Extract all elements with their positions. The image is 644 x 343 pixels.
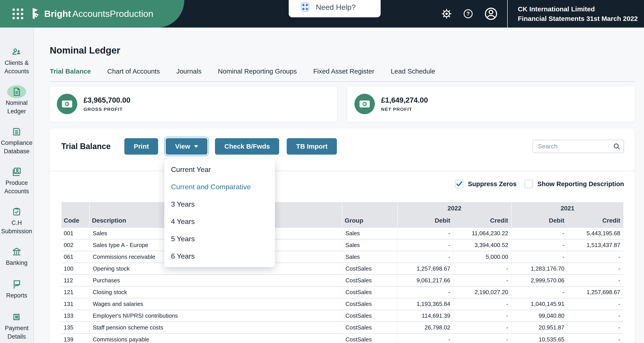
tab-lead-schedule[interactable]: Lead Schedule <box>391 68 435 76</box>
compliance-database-icon <box>12 127 22 137</box>
settings-gear-icon[interactable] <box>442 9 452 19</box>
table-row[interactable]: 135 Staff pension scheme costs CostSales… <box>62 322 623 333</box>
view-menu-item[interactable]: Current and Comparative <box>164 178 275 195</box>
cell-code: 139 <box>62 333 90 343</box>
cell-debit-2022: 114,691.39 <box>398 310 454 322</box>
tab-nominal-reporting-groups[interactable]: Nominal Reporting Groups <box>218 68 297 76</box>
search-input[interactable] <box>532 140 624 153</box>
cell-credit-2022: - <box>454 275 512 286</box>
show-reporting-description-checkbox[interactable] <box>524 180 533 188</box>
chevron-down-icon <box>194 145 198 148</box>
sidebar-nav: Clients & Accounts Nominal Ledger <box>0 28 34 343</box>
cell-credit-2021: - <box>568 310 623 322</box>
tab-chart-of-accounts[interactable]: Chart of Accounts <box>107 68 160 76</box>
cell-code: 135 <box>62 322 90 333</box>
cell-description: Purchases <box>90 275 342 286</box>
trial-balance-heading: Trial Balance <box>61 142 110 151</box>
view-menu-item[interactable]: 3 Years <box>164 195 275 213</box>
brand-logo[interactable]: BrightAccountsProduction <box>31 8 153 20</box>
client-period: Financial Statements 31st March 2022 <box>518 14 638 23</box>
cell-debit-2021: 1,283,176.70 <box>512 263 568 275</box>
show-reporting-description-label: Show Reporting Description <box>538 180 624 188</box>
app-grid-icon[interactable] <box>12 9 23 19</box>
year-header: 2022 <box>398 202 512 215</box>
banknote-icon <box>354 94 375 114</box>
table-row[interactable]: 133 Employer's NI/PRSI contributions Cos… <box>62 310 623 322</box>
view-dropdown-menu: Current YearCurrent and Comparative3 Yea… <box>164 159 275 267</box>
search-icon[interactable] <box>613 143 620 150</box>
sidebar-item-reports[interactable]: Reports <box>0 278 33 300</box>
cell-code: 002 <box>62 239 90 251</box>
table-row[interactable]: 121 Closing stock CostSales - 2,190,027.… <box>62 286 623 298</box>
cell-credit-2022: 11,064,230.22 <box>454 227 512 239</box>
year-header: 2021 <box>512 202 623 215</box>
view-menu-item[interactable]: 5 Years <box>164 230 275 247</box>
cell-description: Commissions payable <box>90 333 342 343</box>
table-row[interactable]: 002 Sales type A - Europe Sales - 3,394,… <box>62 239 623 251</box>
need-help-button[interactable]: Need Help? <box>289 0 381 17</box>
table-row[interactable]: 061 Commissions receivable Sales - 5,000… <box>62 251 623 263</box>
trial-balance-toolbar: Trial Balance Print View Check B/Fwds TB… <box>50 128 635 155</box>
cell-credit-2022: - <box>454 263 512 275</box>
net-profit-label: NET PROFIT <box>381 107 428 112</box>
view-button[interactable]: View <box>166 138 208 155</box>
help-icon[interactable]: ? <box>463 9 473 19</box>
column-header-code: Code <box>62 202 90 227</box>
cell-debit-2021: 20,951.87 <box>512 322 568 333</box>
cell-debit-2022: 9,061,217.66 <box>398 275 454 286</box>
cell-debit-2021: 2,999,570.06 <box>512 275 568 286</box>
nominal-ledger-icon <box>12 87 22 97</box>
tab-bar: Trial Balance Chart of Accounts Journals… <box>50 68 635 76</box>
sidebar-item-payment-details[interactable]: Payment Details <box>0 310 33 340</box>
cell-credit-2022: 3,394,400.52 <box>454 239 512 251</box>
table-row[interactable]: 001 Sales Sales - 11,064,230.22 - 5,443,… <box>62 227 623 239</box>
cell-code: 131 <box>62 298 90 310</box>
cell-group: CostSales <box>342 263 398 275</box>
cell-code: 061 <box>62 251 90 263</box>
sidebar-item-nominal-ledger[interactable]: Nominal Ledger <box>0 85 33 115</box>
cell-group: CostSales <box>342 310 398 322</box>
cell-group: CostSales <box>342 275 398 286</box>
tab-fixed-asset-register[interactable]: Fixed Asset Register <box>313 68 374 76</box>
table-row[interactable]: 131 Wages and salaries CostSales 1,193,3… <box>62 298 623 310</box>
tb-import-button[interactable]: TB Import <box>287 138 337 155</box>
trial-balance-table: Code Description Group 2022 2021 Debit C… <box>62 202 623 343</box>
cell-code: 112 <box>62 275 90 286</box>
table-row[interactable]: 139 Commissions payable CostSales - - 10… <box>62 333 623 343</box>
sidebar-item-produce-accounts[interactable]: Produce Accounts <box>0 165 33 195</box>
cell-debit-2022: - <box>398 251 454 263</box>
view-menu-item[interactable]: 4 Years <box>164 213 275 230</box>
suppress-zeros-checkbox[interactable] <box>455 180 464 188</box>
produce-accounts-icon <box>12 167 22 177</box>
search-box <box>532 140 624 153</box>
table-row[interactable]: 100 Opening stock CostSales 1,257,698.67… <box>62 263 623 275</box>
payment-details-icon <box>12 312 22 322</box>
table-row[interactable]: 112 Purchases CostSales 9,061,217.66 - 2… <box>62 275 623 286</box>
cell-code: 121 <box>62 286 90 298</box>
table-body: 001 Sales Sales - 11,064,230.22 - 5,443,… <box>62 227 623 343</box>
account-avatar-icon[interactable] <box>484 7 498 20</box>
sidebar-item-clients-accounts[interactable]: Clients & Accounts <box>0 45 33 75</box>
view-menu-item[interactable]: 6 Years <box>164 247 275 265</box>
cell-code: 001 <box>62 227 90 239</box>
cell-code: 133 <box>62 310 90 322</box>
view-menu-item[interactable]: Current Year <box>164 161 275 178</box>
main-content: Nominal Ledger Trial Balance Chart of Ac… <box>34 28 644 343</box>
tab-trial-balance[interactable]: Trial Balance <box>50 68 91 76</box>
summary-cards: £3,965,700.00 GROSS PROFIT £1,649,274.00… <box>50 86 635 122</box>
client-name: CK International Limited <box>518 4 638 14</box>
cell-group: CostSales <box>342 286 398 298</box>
print-button[interactable]: Print <box>124 138 158 155</box>
cell-credit-2021: - <box>568 275 623 286</box>
cell-debit-2022: 1,193,365.84 <box>398 298 454 310</box>
tab-journals[interactable]: Journals <box>176 68 202 76</box>
cell-credit-2022: - <box>454 298 512 310</box>
column-header-debit: Debit <box>398 215 454 227</box>
check-bfwds-button[interactable]: Check B/Fwds <box>215 138 279 155</box>
sidebar-item-banking[interactable]: Banking <box>0 245 33 268</box>
cell-debit-2021: - <box>512 227 568 239</box>
cell-debit-2022: 1,257,698.67 <box>398 263 454 275</box>
sidebar-item-compliance-database[interactable]: Compliance Database <box>0 125 33 155</box>
sidebar-item-ch-submission[interactable]: C.H Submission <box>0 205 33 235</box>
cell-debit-2021: 99,040.80 <box>512 310 568 322</box>
